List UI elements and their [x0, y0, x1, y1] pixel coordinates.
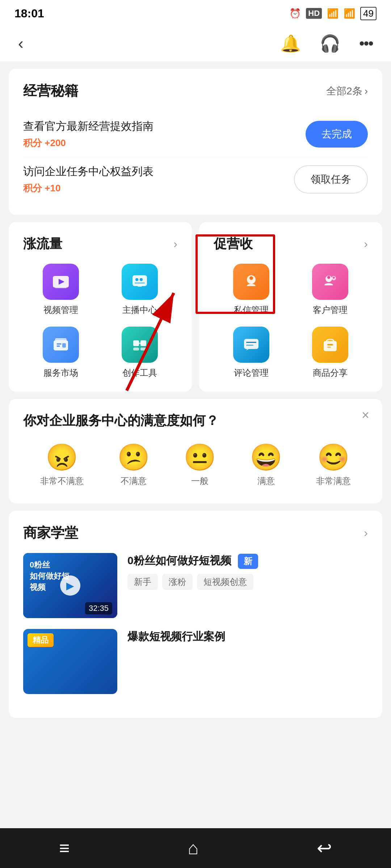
task-item-1: 查看官方最新经营提效指南 积分 +200 去完成: [23, 112, 368, 157]
school-title: 商家学堂: [23, 524, 78, 542]
svg-point-18: [327, 276, 330, 279]
jingying-card: 经营秘籍 全部2条 › 查看官方最新经营提效指南 积分 +200 去完成 访问企…: [9, 69, 382, 215]
svg-rect-2: [55, 287, 67, 288]
svg-point-16: [249, 276, 253, 280]
alarm-icon: ⏰: [289, 8, 301, 19]
icon-item-service-market[interactable]: 服务市场: [23, 327, 98, 379]
svg-rect-26: [324, 341, 337, 351]
emoji-item-neutral[interactable]: 😐 一般: [184, 444, 216, 487]
icon-item-product-share[interactable]: 商品分享: [293, 327, 368, 379]
svg-rect-24: [246, 345, 253, 346]
back-button[interactable]: ‹: [18, 34, 24, 52]
icon-item-anchor[interactable]: 主播中心: [102, 264, 177, 316]
zhangliu-title: 涨流量: [23, 235, 62, 253]
dissatisfied-label: 不满意: [121, 475, 147, 487]
customer-mgmt-icon: [312, 264, 348, 300]
task-item-2: 访问企业任务中心权益列表 积分 +10 领取任务: [23, 157, 368, 202]
svg-point-5: [140, 278, 143, 281]
more-icon[interactable]: •••: [359, 35, 373, 52]
cuyingshou-header: 促营收 ›: [214, 235, 368, 253]
svg-rect-27: [327, 344, 333, 345]
product-share-icon: [312, 327, 348, 363]
receive-button-1[interactable]: 领取任务: [294, 165, 368, 193]
badge-new-1: 新: [238, 554, 258, 569]
school-arrow[interactable]: ›: [364, 526, 368, 540]
back-nav-icon[interactable]: ↩: [317, 838, 332, 859]
emoji-item-very-dissatisfied[interactable]: 😠 非常不满意: [40, 444, 84, 487]
emoji-item-very-satisfied[interactable]: 😊 非常满意: [316, 444, 351, 487]
satisfied-label: 满意: [257, 475, 275, 487]
svg-rect-10: [62, 343, 66, 348]
very-satisfied-label: 非常满意: [316, 475, 351, 487]
task-points-1: 积分 +200: [23, 137, 306, 149]
video-item-1[interactable]: 0粉丝如何做好短视频 ▶ 32:35 0粉丝如何做好短视频 新 新手 涨粉 短视…: [23, 553, 368, 618]
video-info-1: 0粉丝如何做好短视频 新 新手 涨粉 短视频创意: [127, 553, 368, 590]
svg-rect-22: [244, 339, 258, 349]
very-dissatisfied-emoji: 😠: [46, 444, 78, 470]
jingying-all-link[interactable]: 全部2条 ›: [326, 84, 368, 98]
survey-card: × 你对企业服务中心的满意度如何？ 😠 非常不满意 😕 不满意 😐 一般 😄 满…: [9, 399, 382, 503]
customer-mgmt-label: 客户管理: [313, 304, 348, 316]
private-msg-label: 私信管理: [234, 304, 269, 316]
video-info-2: 爆款短视频行业案例: [127, 629, 368, 649]
survey-close-button[interactable]: ×: [362, 408, 369, 423]
task-name-2: 访问企业任务中心权益列表: [23, 164, 294, 179]
zhangliu-arrow[interactable]: ›: [173, 237, 177, 251]
complete-button-1[interactable]: 去完成: [306, 121, 368, 148]
svg-rect-21: [333, 277, 335, 279]
signal-icon: 📶: [327, 8, 339, 19]
battery-icon: 49: [360, 7, 377, 20]
creation-tools-icon: [122, 327, 158, 363]
two-col-section: 涨流量 › 视频管理: [9, 222, 382, 392]
chevron-right-icon: ›: [365, 85, 368, 97]
svg-rect-3: [133, 275, 147, 286]
neutral-emoji: 😐: [184, 444, 216, 470]
home-icon[interactable]: ⌂: [188, 838, 198, 859]
video-play-button-1[interactable]: ▶: [60, 575, 80, 596]
icon-item-comment-mgmt[interactable]: 评论管理: [214, 327, 289, 379]
anchor-label: 主播中心: [122, 304, 157, 316]
status-bar: 18:01 ⏰ HD 📶 📶 49: [0, 0, 391, 25]
service-market-label: 服务市场: [43, 367, 78, 379]
jingying-header: 经营秘籍 全部2条 ›: [23, 82, 368, 100]
icon-item-customer-mgmt[interactable]: 客户管理: [293, 264, 368, 316]
anchor-icon: [122, 264, 158, 300]
icon-item-video-mgmt[interactable]: 视频管理: [23, 264, 98, 316]
icon-item-creation-tools[interactable]: 创作工具: [102, 327, 177, 379]
menu-icon[interactable]: ≡: [59, 838, 70, 859]
video-thumb-2: 精品: [23, 629, 117, 694]
emoji-item-dissatisfied[interactable]: 😕 不满意: [117, 444, 150, 487]
cuyingshou-card: 促营收 › 私信管理: [199, 222, 382, 392]
task-info-2: 访问企业任务中心权益列表 积分 +10: [23, 164, 294, 195]
school-header: 商家学堂 ›: [23, 524, 368, 542]
video-tags-1: 新手 涨粉 短视频创意: [127, 574, 368, 590]
cuyingshou-arrow[interactable]: ›: [364, 237, 368, 251]
headset-icon[interactable]: 🎧: [320, 34, 340, 53]
video-item-2[interactable]: 精品 爆款短视频行业案例: [23, 629, 368, 694]
video-title-1: 0粉丝如何做好短视频 新: [127, 553, 368, 569]
notification-icon[interactable]: 🔔: [280, 34, 301, 53]
video-mgmt-label: 视频管理: [43, 304, 78, 316]
zhangliu-icon-grid: 视频管理 主播中心: [23, 264, 177, 379]
dissatisfied-emoji: 😕: [117, 444, 150, 470]
badge-premium: 精品: [28, 633, 54, 647]
svg-rect-23: [246, 342, 256, 343]
icon-item-private-msg[interactable]: 私信管理: [214, 264, 289, 316]
emoji-item-satisfied[interactable]: 😄 满意: [250, 444, 282, 487]
status-icons: ⏰ HD 📶 📶 49: [289, 7, 377, 20]
very-satisfied-emoji: 😊: [317, 444, 350, 470]
very-dissatisfied-label: 非常不满意: [40, 475, 84, 487]
svg-rect-9: [55, 338, 67, 341]
video-duration-1: 32:35: [85, 602, 112, 614]
status-time: 18:01: [14, 7, 44, 20]
comment-mgmt-label: 评论管理: [234, 367, 269, 379]
tag-shortvideo: 短视频创意: [197, 574, 253, 590]
zhangliu-header: 涨流量 ›: [23, 235, 177, 253]
neutral-label: 一般: [191, 475, 209, 487]
video-title-2: 爆款短视频行业案例: [127, 629, 368, 644]
svg-point-4: [135, 278, 138, 281]
creation-tools-label: 创作工具: [122, 367, 157, 379]
nav-right-icons: 🔔 🎧 •••: [280, 34, 373, 53]
tag-newbie: 新手: [127, 574, 158, 590]
jingying-title: 经营秘籍: [23, 82, 78, 100]
